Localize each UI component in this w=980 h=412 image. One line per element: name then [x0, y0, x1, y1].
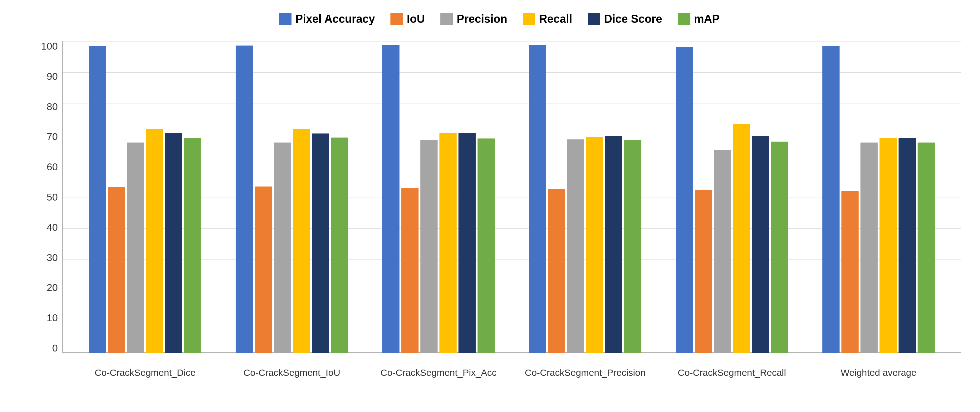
bar-dice-score — [312, 133, 329, 353]
x-axis-label: Co-CrackSegment_Pix_Acc — [373, 368, 504, 378]
legend-label: Precision — [457, 13, 507, 25]
bar-dice-score — [165, 133, 182, 353]
x-axis-label: Co-CrackSegment_Recall — [667, 368, 797, 378]
bars-row — [235, 41, 348, 353]
bar-recall — [146, 129, 163, 353]
legend-item: Dice Score — [588, 13, 662, 25]
bar-pixel-accuracy — [822, 46, 840, 353]
x-labels: Co-CrackSegment_DiceCo-CrackSegment_IoUC… — [62, 368, 961, 378]
bar-map — [771, 142, 788, 353]
bars-row — [89, 41, 201, 353]
bar-iou — [108, 187, 125, 353]
bar-recall — [880, 138, 897, 353]
bar-dice-score — [752, 136, 769, 353]
bar-recall — [733, 124, 750, 353]
bar-precision — [420, 140, 438, 353]
bar-dice-score — [899, 138, 916, 353]
y-axis-label: 70 — [46, 132, 58, 142]
chart-area: 1009080706050403020100 Co-CrackSegment_D… — [37, 38, 961, 366]
bar-map — [331, 138, 348, 353]
chart-plot: Co-CrackSegment_DiceCo-CrackSegment_IoUC… — [62, 41, 961, 353]
legend-label: mAP — [694, 13, 720, 25]
y-axis: 1009080706050403020100 — [37, 41, 62, 353]
y-axis-label: 10 — [46, 313, 58, 323]
legend-label: Recall — [539, 13, 572, 25]
legend-color-box — [390, 13, 403, 25]
bar-iou — [695, 190, 712, 353]
grid-line — [62, 353, 961, 353]
bar-iou — [548, 189, 565, 353]
y-axis-label: 20 — [46, 282, 58, 293]
legend-item: mAP — [678, 13, 720, 25]
legend-color-box — [441, 13, 453, 25]
legend-label: IoU — [407, 13, 425, 25]
bar-recall — [439, 133, 457, 353]
y-axis-label: 100 — [41, 41, 58, 51]
legend-label: Pixel Accuracy — [295, 13, 375, 25]
bar-pixel-accuracy — [529, 45, 546, 353]
bars-row — [676, 41, 788, 353]
bar-precision — [127, 143, 144, 353]
legend-color-box — [523, 13, 535, 25]
legend: Pixel AccuracyIoUPrecisionRecallDice Sco… — [37, 13, 961, 25]
bar-group — [822, 41, 935, 353]
y-axis-label: 60 — [46, 162, 58, 172]
bar-group — [235, 41, 348, 353]
bar-map — [184, 138, 201, 353]
bar-iou — [401, 188, 418, 353]
bar-group — [676, 41, 788, 353]
bar-precision — [274, 143, 291, 353]
chart-container: Pixel AccuracyIoUPrecisionRecallDice Sco… — [0, 0, 980, 412]
legend-item: Recall — [523, 13, 572, 25]
bar-pixel-accuracy — [676, 47, 693, 353]
bar-iou — [255, 187, 272, 353]
legend-item: IoU — [390, 13, 425, 25]
bar-pixel-accuracy — [89, 46, 106, 353]
legend-item: Pixel Accuracy — [279, 13, 375, 25]
legend-color-box — [588, 13, 600, 25]
bar-iou — [842, 191, 859, 353]
legend-label: Dice Score — [604, 13, 662, 25]
y-axis-label: 50 — [46, 192, 58, 202]
bar-dice-score — [605, 136, 622, 353]
legend-color-box — [678, 13, 690, 25]
bar-recall — [293, 129, 310, 353]
bar-map — [477, 138, 495, 353]
bar-pixel-accuracy — [382, 45, 399, 353]
bar-map — [624, 140, 641, 353]
bar-map — [918, 143, 935, 353]
groups-container — [62, 41, 961, 353]
bars-row — [822, 41, 935, 353]
bar-precision — [567, 139, 584, 353]
bar-group — [89, 41, 201, 353]
y-axis-label: 40 — [46, 222, 58, 232]
y-axis-label: 0 — [52, 343, 58, 353]
y-axis-label: 30 — [46, 253, 58, 263]
bar-precision — [714, 151, 731, 353]
bar-dice-score — [458, 133, 476, 353]
bars-row — [529, 41, 641, 353]
bar-recall — [586, 137, 603, 353]
bar-precision — [861, 143, 878, 353]
x-axis-label: Co-CrackSegment_IoU — [226, 368, 357, 378]
bar-group — [382, 41, 495, 353]
legend-color-box — [279, 13, 291, 25]
bars-row — [382, 41, 495, 353]
x-axis-label: Weighted average — [813, 368, 944, 378]
x-axis-label: Co-CrackSegment_Precision — [520, 368, 651, 378]
y-axis-label: 80 — [46, 102, 58, 112]
x-axis-label: Co-CrackSegment_Dice — [80, 368, 211, 378]
bar-group — [529, 41, 641, 353]
bar-pixel-accuracy — [235, 46, 253, 353]
y-axis-label: 90 — [46, 71, 58, 81]
legend-item: Precision — [441, 13, 507, 25]
